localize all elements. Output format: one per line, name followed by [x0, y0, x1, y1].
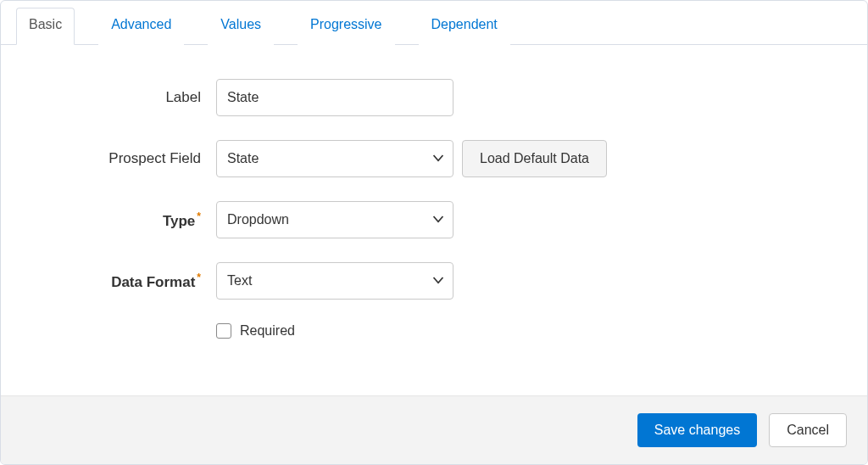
type-select[interactable]: Dropdown: [216, 201, 453, 238]
label-prospect-field: Prospect Field: [21, 150, 216, 167]
required-checkbox[interactable]: [216, 323, 231, 339]
label-type: Type*: [21, 210, 216, 230]
label-data-format: Data Format*: [21, 272, 216, 291]
type-value: Dropdown: [227, 212, 289, 227]
data-format-select[interactable]: Text: [216, 262, 453, 300]
tab-basic[interactable]: Basic: [16, 8, 75, 45]
row-label: Label: [21, 79, 847, 116]
row-prospect-field: Prospect Field State Load Default Data: [21, 140, 847, 177]
form-area: Label Prospect Field State Load Default …: [1, 45, 867, 395]
row-data-format: Data Format* Text: [21, 262, 847, 300]
tab-progressive[interactable]: Progressive: [298, 8, 394, 45]
row-type: Type* Dropdown: [21, 201, 847, 238]
required-asterisk-icon: *: [197, 272, 201, 283]
data-format-value: Text: [227, 273, 252, 289]
cancel-button[interactable]: Cancel: [769, 413, 847, 447]
row-required: Required: [21, 323, 847, 339]
tabs: Basic Advanced Values Progressive Depend…: [1, 8, 867, 45]
prospect-field-value: State: [227, 151, 259, 166]
tab-values[interactable]: Values: [208, 8, 274, 45]
prospect-field-select[interactable]: State: [216, 140, 453, 177]
chevron-down-icon: [432, 214, 444, 226]
load-default-data-button[interactable]: Load Default Data: [462, 140, 607, 177]
label-input[interactable]: [216, 79, 453, 116]
label-label: Label: [21, 89, 216, 106]
chevron-down-icon: [432, 275, 444, 287]
field-editor-card: Basic Advanced Values Progressive Depend…: [0, 0, 868, 465]
tab-advanced[interactable]: Advanced: [98, 8, 184, 45]
required-asterisk-icon: *: [197, 210, 201, 222]
chevron-down-icon: [432, 153, 444, 165]
required-label: Required: [240, 323, 295, 339]
tab-dependent[interactable]: Dependent: [419, 8, 510, 45]
footer: Save changes Cancel: [1, 395, 867, 464]
save-changes-button[interactable]: Save changes: [637, 413, 757, 447]
